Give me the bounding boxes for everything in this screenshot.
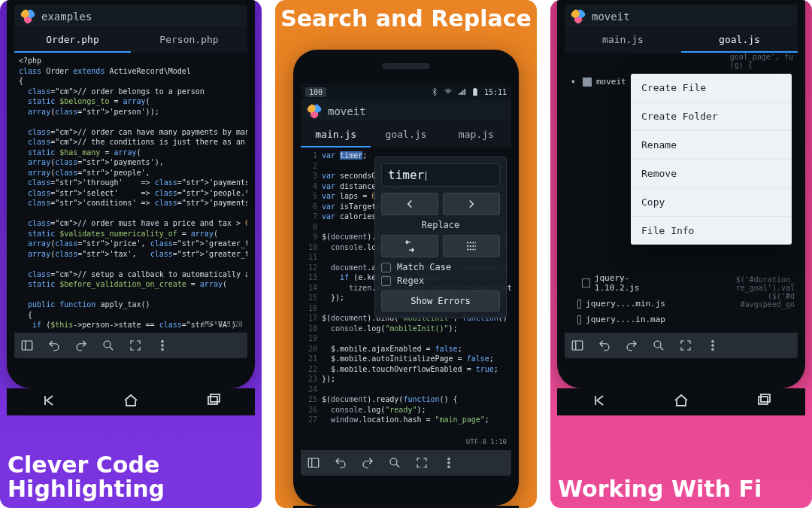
android-nav: [7, 388, 255, 415]
svg-point-10: [390, 458, 397, 465]
battery-indicator: 100: [305, 87, 326, 97]
file-icon: [582, 278, 590, 287]
tab-label: Person.php: [159, 34, 218, 45]
recents-button[interactable]: [755, 391, 773, 412]
svg-point-13: [448, 466, 450, 467]
headline: Working With Fi: [558, 477, 804, 501]
search-input[interactable]: timer: [381, 163, 500, 187]
tab-label: main.js: [315, 129, 356, 140]
more-icon[interactable]: [442, 456, 456, 470]
menu-create-folder[interactable]: Create Folder: [631, 102, 792, 131]
fullscreen-icon[interactable]: [129, 339, 142, 352]
button-label: Show Errors: [411, 296, 470, 306]
svg-point-4: [162, 348, 163, 350]
redo-icon[interactable]: [625, 339, 638, 352]
tabs: main.js goal.js map.js: [301, 123, 511, 148]
svg-rect-22: [761, 394, 770, 402]
fullscreen-icon[interactable]: [679, 339, 692, 352]
tab-label: map.js: [459, 129, 494, 140]
checkbox-label: Match Case: [397, 262, 451, 272]
wifi-icon: [444, 87, 453, 96]
svg-rect-16: [572, 341, 583, 350]
home-button[interactable]: [672, 391, 690, 412]
app-logo-icon: [571, 9, 586, 24]
tree-file[interactable]: jquery....min.js: [569, 296, 667, 312]
more-icon[interactable]: [706, 339, 720, 352]
battery-icon: [471, 87, 480, 96]
menu-copy[interactable]: Copy: [631, 188, 792, 217]
tab-main[interactable]: main.js: [301, 123, 371, 148]
checkbox-label: Regex: [397, 275, 424, 286]
headline: Search and Replace: [275, 6, 537, 31]
prev-match-button[interactable]: [381, 193, 438, 215]
encoding-indicator: UTF-8 1:10: [466, 438, 507, 446]
more-icon[interactable]: [156, 339, 169, 352]
redo-icon[interactable]: [74, 339, 88, 352]
phone-earpiece: [382, 63, 430, 69]
phone-screen: examples Order.php Person.php <?php clas…: [14, 5, 247, 358]
replace-all-button[interactable]: [443, 235, 500, 257]
undo-icon[interactable]: [334, 456, 347, 470]
chevron-down-icon: ▾: [571, 77, 578, 87]
search-icon[interactable]: [388, 456, 401, 470]
bottom-toolbar: [301, 450, 511, 476]
tab-main[interactable]: main.js: [565, 28, 681, 53]
redo-icon[interactable]: [361, 456, 374, 470]
bluetooth-icon: [430, 87, 439, 96]
panel-toggle-icon[interactable]: [307, 456, 320, 470]
tab-label: goal.js: [719, 34, 760, 45]
fullscreen-icon[interactable]: [415, 456, 429, 470]
caret-icon: [426, 172, 426, 181]
tab-label: goal.js: [386, 129, 427, 140]
tree-file[interactable]: jquery....in.map: [569, 312, 667, 327]
code-editor[interactable]: <?php class Order extends ActiveRecord\M…: [14, 53, 247, 331]
app-title: moveit: [328, 105, 366, 117]
folder-icon: [583, 78, 592, 87]
svg-rect-7: [473, 89, 477, 96]
android-nav: [557, 388, 805, 415]
tab-order[interactable]: Order.php: [14, 28, 131, 53]
app-bar: moveit: [301, 99, 511, 123]
tab-goal[interactable]: goal.js: [681, 28, 798, 53]
phone-frame: examples Order.php Person.php <?php clas…: [7, 0, 255, 388]
panel-toggle-icon[interactable]: [571, 339, 584, 352]
back-button[interactable]: [589, 391, 607, 412]
search-icon[interactable]: [102, 339, 115, 352]
tab-map[interactable]: map.js: [441, 123, 511, 148]
show-errors-button[interactable]: Show Errors: [381, 291, 500, 312]
svg-point-18: [712, 341, 714, 342]
undo-icon[interactable]: [598, 339, 611, 352]
background-code: $('#duration_ re_goal').val ($('#d #avgs…: [736, 275, 795, 309]
checkbox-icon: [381, 276, 391, 286]
tree-file[interactable]: jquery-1.10.2.js: [569, 270, 667, 296]
bottom-toolbar: [14, 333, 247, 358]
menu-rename[interactable]: Rename: [631, 131, 792, 160]
match-case-checkbox[interactable]: Match Case: [381, 262, 500, 272]
context-menu: Create File Create Folder Rename Remove …: [631, 74, 792, 245]
regex-checkbox[interactable]: Regex: [381, 275, 500, 286]
panel-middle: Search and Replace 100 15:11 moveit: [275, 0, 537, 508]
next-match-button[interactable]: [443, 193, 500, 215]
app-logo-icon: [307, 104, 322, 119]
headline: Clever Code Highlighting: [8, 453, 254, 500]
status-bar: 100 15:11: [301, 84, 511, 99]
tab-label: main.js: [602, 34, 644, 45]
app-bar: moveit: [565, 5, 798, 28]
phone-frame: 100 15:11 moveit main.js goal.js: [293, 50, 519, 506]
clock: 15:11: [484, 88, 507, 96]
menu-remove[interactable]: Remove: [631, 160, 792, 188]
home-button[interactable]: [122, 391, 140, 412]
undo-icon[interactable]: [47, 339, 61, 352]
recents-button[interactable]: [205, 391, 223, 412]
tab-person[interactable]: Person.php: [131, 28, 247, 53]
panel-toggle-icon[interactable]: [20, 339, 34, 352]
back-button[interactable]: [39, 391, 57, 412]
menu-create-file[interactable]: Create File: [631, 74, 792, 102]
search-icon[interactable]: [652, 339, 665, 352]
phone-frame: moveit main.js goal.js goal_page', fu (g…: [557, 0, 805, 388]
replace-one-button[interactable]: [381, 235, 438, 257]
menu-file-info[interactable]: File Info: [631, 217, 792, 245]
tab-goal[interactable]: goal.js: [371, 123, 441, 148]
panel-left: examples Order.php Person.php <?php clas…: [0, 0, 262, 508]
app-logo-icon: [20, 9, 35, 24]
